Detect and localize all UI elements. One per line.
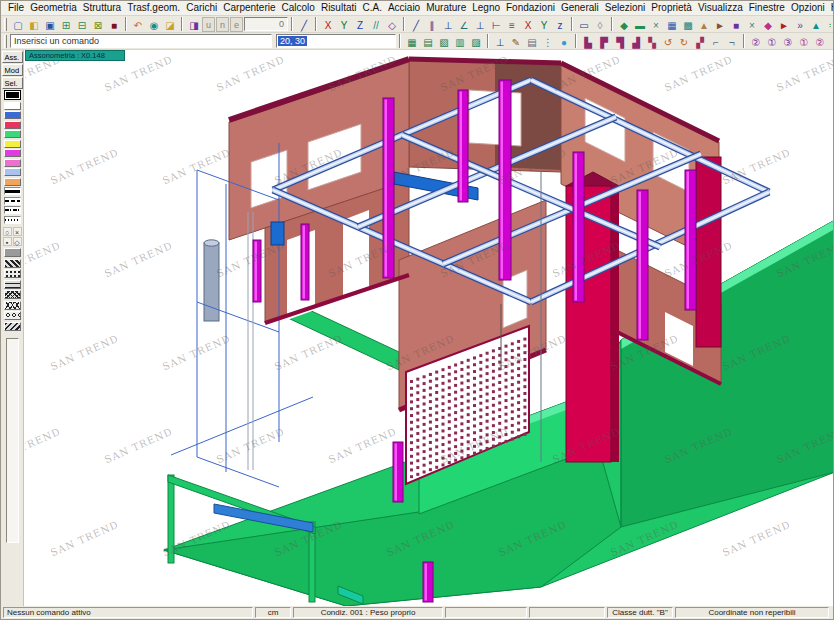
refresh-icon[interactable]: ◉ bbox=[146, 17, 162, 32]
nodesym-square[interactable]: ▪ bbox=[3, 237, 12, 246]
snap-z-icon[interactable]: z bbox=[552, 17, 568, 32]
menu-calcolo[interactable]: Calcolo bbox=[279, 1, 318, 15]
color-pink[interactable] bbox=[4, 159, 21, 167]
lock-x-icon[interactable]: X bbox=[320, 17, 336, 32]
truss-tool-icon[interactable]: ▲ bbox=[696, 17, 712, 32]
wall-fill-2-icon[interactable]: ▤ bbox=[420, 34, 436, 49]
load-case-4-icon[interactable]: ① bbox=[796, 34, 812, 49]
menu-trasfgeom[interactable]: Trasf.geom. bbox=[124, 1, 183, 15]
color-magenta[interactable] bbox=[4, 149, 21, 157]
coordinate-input[interactable]: 20, 30 bbox=[276, 34, 396, 48]
cut-tool-icon[interactable]: × bbox=[744, 17, 760, 32]
lock-z-icon[interactable]: Z bbox=[352, 17, 368, 32]
rotate-left-icon[interactable]: ↺ bbox=[660, 34, 676, 49]
color-white[interactable] bbox=[4, 102, 21, 110]
menu-murature[interactable]: Murature bbox=[423, 1, 469, 15]
command-input[interactable] bbox=[10, 34, 272, 48]
section-2-icon[interactable]: ▛ bbox=[596, 34, 612, 49]
lock-y-icon[interactable]: Y bbox=[336, 17, 352, 32]
section-3-icon[interactable]: ▜ bbox=[612, 34, 628, 49]
draw-line-icon[interactable]: ╱ bbox=[296, 17, 312, 32]
pattern-rings[interactable] bbox=[4, 311, 21, 320]
color-black[interactable] bbox=[4, 90, 21, 100]
button-n[interactable]: n bbox=[216, 17, 229, 32]
color-yellow[interactable] bbox=[4, 140, 21, 148]
menu-propriet[interactable]: Proprietà bbox=[648, 1, 695, 15]
layers-icon[interactable]: ▤ bbox=[524, 34, 540, 49]
menu-carichi[interactable]: Carichi bbox=[183, 1, 220, 15]
snap-y-icon[interactable]: Y bbox=[536, 17, 552, 32]
nodesym-diamond[interactable]: ◇ bbox=[13, 237, 22, 246]
parallel-lines-icon[interactable]: // bbox=[368, 17, 384, 32]
pattern-weave[interactable] bbox=[4, 290, 21, 299]
sidebar-button-modello[interactable]: Mod bbox=[2, 64, 23, 76]
menu-visualizza[interactable]: Visualizza bbox=[695, 1, 746, 15]
level-icon[interactable]: ¬ bbox=[724, 34, 740, 49]
button-u[interactable]: u bbox=[202, 17, 215, 32]
render-view-icon[interactable]: ■ bbox=[106, 17, 122, 32]
node-tool-icon[interactable]: ◆ bbox=[616, 17, 632, 32]
mesh-tool-icon[interactable]: ▩ bbox=[680, 17, 696, 32]
nodesym-cross[interactable]: × bbox=[13, 227, 22, 236]
menu-acciaio[interactable]: Acciaio bbox=[385, 1, 423, 15]
menu-ca[interactable]: C.A. bbox=[359, 1, 384, 15]
reload-icon[interactable]: ◪ bbox=[162, 17, 178, 32]
linestyle-dots[interactable] bbox=[4, 216, 21, 224]
solid-tool-icon[interactable]: ■ bbox=[728, 17, 744, 32]
nodesym-circle[interactable]: ○ bbox=[3, 227, 12, 236]
wall-fill-5-icon[interactable]: ▨ bbox=[468, 34, 484, 49]
measure-icon[interactable]: ⌐ bbox=[708, 34, 724, 49]
sidebar-button-assonometria[interactable]: Ass. bbox=[2, 51, 23, 63]
linestyle-dashdot[interactable] bbox=[4, 206, 21, 214]
color-crimson[interactable] bbox=[4, 121, 21, 129]
snap-perpendicular-icon[interactable]: ⊥ bbox=[440, 17, 456, 32]
snap-parallel-icon[interactable]: ∥ bbox=[424, 17, 440, 32]
section-5-icon[interactable]: ▚ bbox=[644, 34, 660, 49]
wave-tool-icon[interactable]: ≈ bbox=[824, 17, 831, 32]
rotate-right-icon[interactable]: ↻ bbox=[676, 34, 692, 49]
snap-angle-icon[interactable]: ∠ bbox=[456, 17, 472, 32]
menu-fondazioni[interactable]: Fondazioni bbox=[503, 1, 558, 15]
toolbar-grip[interactable] bbox=[4, 35, 7, 48]
beam-tool-icon[interactable]: ▬ bbox=[632, 17, 648, 32]
menu-risultati[interactable]: Risultati bbox=[318, 1, 360, 15]
zoom-level-field[interactable]: 0 bbox=[244, 17, 288, 31]
load-case-1-icon[interactable]: ① bbox=[764, 34, 780, 49]
model-viewport[interactable]: Assonometria : X0.148 SAN TRENDSAN TREND… bbox=[24, 50, 833, 606]
pattern-brick[interactable] bbox=[4, 280, 21, 289]
point-icon[interactable]: ● bbox=[556, 34, 572, 49]
viewport-caption[interactable]: Assonometria : X0.148 bbox=[25, 50, 125, 61]
section-1-icon[interactable]: ▙ bbox=[580, 34, 596, 49]
draw-pencil-icon[interactable]: ✎ bbox=[508, 34, 524, 49]
linestyle-solid[interactable] bbox=[4, 187, 21, 195]
capture-view-icon[interactable]: ⊠ bbox=[90, 17, 106, 32]
load-combo-icon[interactable]: ◆ bbox=[828, 34, 831, 49]
section-4-icon[interactable]: ▟ bbox=[628, 34, 644, 49]
wall-fill-4-icon[interactable]: ▥ bbox=[452, 34, 468, 49]
save-view-icon[interactable]: ⊞ bbox=[58, 17, 74, 32]
pattern-solid[interactable] bbox=[4, 248, 21, 257]
list-icon[interactable]: ⋮ bbox=[540, 34, 556, 49]
color-green[interactable] bbox=[4, 130, 21, 138]
snap-x-icon[interactable]: X bbox=[520, 17, 536, 32]
rotate-tool-icon[interactable]: ▲ bbox=[808, 17, 824, 32]
pattern-zigzag[interactable] bbox=[4, 322, 21, 331]
wall-fill-3-icon[interactable]: ▧ bbox=[436, 34, 452, 49]
menu-opzioni[interactable]: Opzioni bbox=[788, 1, 828, 15]
menu-geometria[interactable]: Geometria bbox=[27, 1, 80, 15]
save-icon[interactable]: ▣ bbox=[42, 17, 58, 32]
snap-line-icon[interactable]: ╱ bbox=[408, 17, 424, 32]
load-case-3-icon[interactable]: ③ bbox=[780, 34, 796, 49]
menu-file[interactable]: File bbox=[5, 1, 27, 15]
load-case-2-icon[interactable]: ② bbox=[748, 34, 764, 49]
extrude-tool-icon[interactable]: ► bbox=[712, 17, 728, 32]
menu-generali[interactable]: Generali bbox=[558, 1, 602, 15]
menu-legno[interactable]: Legno bbox=[469, 1, 503, 15]
diamond-tool-icon[interactable]: ◆ bbox=[760, 17, 776, 32]
menu-selezioni[interactable]: Selezioni bbox=[602, 1, 649, 15]
color-orange[interactable] bbox=[4, 178, 21, 186]
menu-struttura[interactable]: Struttura bbox=[80, 1, 124, 15]
snap-grid-icon[interactable]: ≡ bbox=[504, 17, 520, 32]
color-blue[interactable] bbox=[4, 111, 21, 119]
eraser-icon[interactable]: ◊ bbox=[592, 17, 608, 32]
